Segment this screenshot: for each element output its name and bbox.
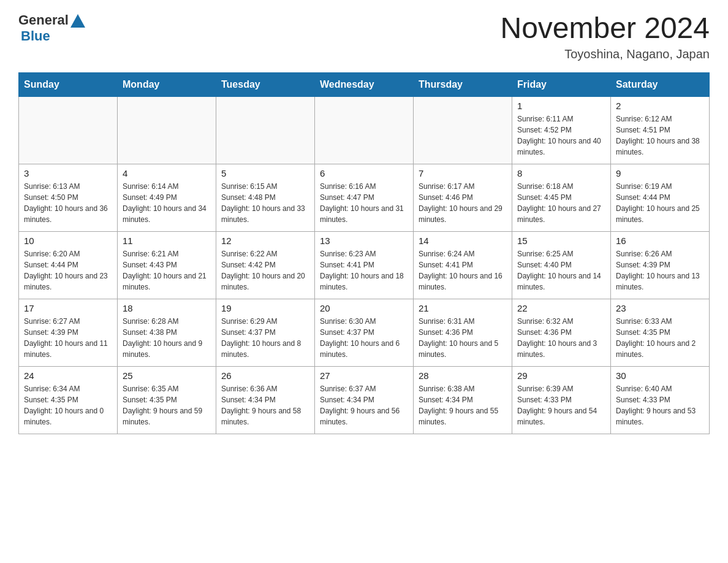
day-info: Sunrise: 6:33 AM Sunset: 4:35 PM Dayligh… bbox=[616, 316, 704, 360]
day-info: Sunrise: 6:28 AM Sunset: 4:38 PM Dayligh… bbox=[123, 316, 211, 360]
day-number: 13 bbox=[320, 236, 408, 246]
day-info: Sunrise: 6:27 AM Sunset: 4:39 PM Dayligh… bbox=[24, 316, 112, 360]
day-number: 8 bbox=[517, 168, 605, 178]
day-number: 11 bbox=[123, 236, 211, 246]
day-cell bbox=[315, 96, 414, 164]
day-info: Sunrise: 6:34 AM Sunset: 4:35 PM Dayligh… bbox=[24, 383, 112, 427]
day-cell: 6Sunrise: 6:16 AM Sunset: 4:47 PM Daylig… bbox=[315, 164, 414, 231]
day-number: 25 bbox=[123, 370, 211, 381]
day-number: 10 bbox=[24, 236, 112, 246]
day-number: 21 bbox=[419, 303, 507, 313]
day-info: Sunrise: 6:17 AM Sunset: 4:46 PM Dayligh… bbox=[419, 181, 507, 225]
day-number: 2 bbox=[616, 101, 704, 111]
day-number: 12 bbox=[221, 236, 309, 246]
day-info: Sunrise: 6:23 AM Sunset: 4:41 PM Dayligh… bbox=[320, 248, 408, 293]
weekday-header-row: SundayMondayTuesdayWednesdayThursdayFrid… bbox=[19, 72, 710, 96]
day-cell: 1Sunrise: 6:11 AM Sunset: 4:52 PM Daylig… bbox=[512, 96, 611, 164]
day-info: Sunrise: 6:40 AM Sunset: 4:33 PM Dayligh… bbox=[616, 383, 704, 427]
day-cell: 12Sunrise: 6:22 AM Sunset: 4:42 PM Dayli… bbox=[216, 231, 315, 299]
day-info: Sunrise: 6:38 AM Sunset: 4:34 PM Dayligh… bbox=[419, 383, 507, 427]
day-info: Sunrise: 6:30 AM Sunset: 4:37 PM Dayligh… bbox=[320, 316, 408, 360]
day-cell: 23Sunrise: 6:33 AM Sunset: 4:35 PM Dayli… bbox=[611, 299, 710, 366]
day-number: 28 bbox=[419, 370, 507, 381]
day-cell: 11Sunrise: 6:21 AM Sunset: 4:43 PM Dayli… bbox=[118, 231, 216, 299]
day-cell: 17Sunrise: 6:27 AM Sunset: 4:39 PM Dayli… bbox=[19, 299, 118, 366]
day-number: 30 bbox=[616, 370, 704, 381]
day-info: Sunrise: 6:12 AM Sunset: 4:51 PM Dayligh… bbox=[616, 113, 704, 158]
day-number: 20 bbox=[320, 303, 408, 313]
day-number: 7 bbox=[419, 168, 507, 178]
day-cell: 13Sunrise: 6:23 AM Sunset: 4:41 PM Dayli… bbox=[315, 231, 414, 299]
day-cell: 15Sunrise: 6:25 AM Sunset: 4:40 PM Dayli… bbox=[512, 231, 611, 299]
day-number: 18 bbox=[123, 303, 211, 313]
day-cell: 19Sunrise: 6:29 AM Sunset: 4:37 PM Dayli… bbox=[216, 299, 315, 366]
day-cell: 27Sunrise: 6:37 AM Sunset: 4:34 PM Dayli… bbox=[315, 366, 414, 434]
day-cell: 28Sunrise: 6:38 AM Sunset: 4:34 PM Dayli… bbox=[414, 366, 512, 434]
day-cell: 25Sunrise: 6:35 AM Sunset: 4:35 PM Dayli… bbox=[118, 366, 216, 434]
weekday-header-wednesday: Wednesday bbox=[315, 72, 414, 96]
week-row-4: 17Sunrise: 6:27 AM Sunset: 4:39 PM Dayli… bbox=[19, 299, 710, 366]
day-info: Sunrise: 6:35 AM Sunset: 4:35 PM Dayligh… bbox=[123, 383, 211, 427]
header: General Blue November 2024 Toyoshina, Na… bbox=[18, 12, 710, 61]
week-row-3: 10Sunrise: 6:20 AM Sunset: 4:44 PM Dayli… bbox=[19, 231, 710, 299]
day-cell bbox=[19, 96, 118, 164]
day-cell bbox=[118, 96, 216, 164]
day-cell: 3Sunrise: 6:13 AM Sunset: 4:50 PM Daylig… bbox=[19, 164, 118, 231]
day-cell: 26Sunrise: 6:36 AM Sunset: 4:34 PM Dayli… bbox=[216, 366, 315, 434]
weekday-header-thursday: Thursday bbox=[414, 72, 512, 96]
day-number: 19 bbox=[221, 303, 309, 313]
day-number: 16 bbox=[616, 236, 704, 246]
calendar-title: November 2024 bbox=[500, 12, 710, 45]
day-cell: 2Sunrise: 6:12 AM Sunset: 4:51 PM Daylig… bbox=[611, 96, 710, 164]
day-info: Sunrise: 6:25 AM Sunset: 4:40 PM Dayligh… bbox=[517, 248, 605, 293]
day-info: Sunrise: 6:20 AM Sunset: 4:44 PM Dayligh… bbox=[24, 248, 112, 293]
day-number: 9 bbox=[616, 168, 704, 178]
day-cell: 21Sunrise: 6:31 AM Sunset: 4:36 PM Dayli… bbox=[414, 299, 512, 366]
day-info: Sunrise: 6:39 AM Sunset: 4:33 PM Dayligh… bbox=[517, 383, 605, 427]
week-row-2: 3Sunrise: 6:13 AM Sunset: 4:50 PM Daylig… bbox=[19, 164, 710, 231]
logo: General Blue bbox=[18, 12, 85, 44]
logo-triangle-icon bbox=[70, 14, 85, 28]
day-cell: 16Sunrise: 6:26 AM Sunset: 4:39 PM Dayli… bbox=[611, 231, 710, 299]
day-cell bbox=[414, 96, 512, 164]
day-number: 17 bbox=[24, 303, 112, 313]
day-info: Sunrise: 6:11 AM Sunset: 4:52 PM Dayligh… bbox=[517, 113, 605, 158]
day-cell: 8Sunrise: 6:18 AM Sunset: 4:45 PM Daylig… bbox=[512, 164, 611, 231]
calendar-subtitle: Toyoshina, Nagano, Japan bbox=[500, 47, 710, 61]
day-cell: 5Sunrise: 6:15 AM Sunset: 4:48 PM Daylig… bbox=[216, 164, 315, 231]
weekday-header-tuesday: Tuesday bbox=[216, 72, 315, 96]
day-number: 26 bbox=[221, 370, 309, 381]
day-number: 3 bbox=[24, 168, 112, 178]
day-number: 1 bbox=[517, 101, 605, 111]
day-info: Sunrise: 6:19 AM Sunset: 4:44 PM Dayligh… bbox=[616, 181, 704, 225]
weekday-header-friday: Friday bbox=[512, 72, 611, 96]
day-number: 23 bbox=[616, 303, 704, 313]
day-number: 4 bbox=[123, 168, 211, 178]
day-info: Sunrise: 6:29 AM Sunset: 4:37 PM Dayligh… bbox=[221, 316, 309, 360]
day-info: Sunrise: 6:15 AM Sunset: 4:48 PM Dayligh… bbox=[221, 181, 309, 225]
day-cell: 20Sunrise: 6:30 AM Sunset: 4:37 PM Dayli… bbox=[315, 299, 414, 366]
day-info: Sunrise: 6:18 AM Sunset: 4:45 PM Dayligh… bbox=[517, 181, 605, 225]
title-area: November 2024 Toyoshina, Nagano, Japan bbox=[500, 12, 710, 61]
day-cell: 24Sunrise: 6:34 AM Sunset: 4:35 PM Dayli… bbox=[19, 366, 118, 434]
day-number: 5 bbox=[221, 168, 309, 178]
weekday-header-saturday: Saturday bbox=[611, 72, 710, 96]
day-info: Sunrise: 6:37 AM Sunset: 4:34 PM Dayligh… bbox=[320, 383, 408, 427]
day-number: 6 bbox=[320, 168, 408, 178]
week-row-1: 1Sunrise: 6:11 AM Sunset: 4:52 PM Daylig… bbox=[19, 96, 710, 164]
day-info: Sunrise: 6:36 AM Sunset: 4:34 PM Dayligh… bbox=[221, 383, 309, 427]
day-cell bbox=[216, 96, 315, 164]
day-info: Sunrise: 6:22 AM Sunset: 4:42 PM Dayligh… bbox=[221, 248, 309, 293]
day-number: 29 bbox=[517, 370, 605, 381]
logo-general-text: General bbox=[18, 12, 69, 28]
day-number: 27 bbox=[320, 370, 408, 381]
week-row-5: 24Sunrise: 6:34 AM Sunset: 4:35 PM Dayli… bbox=[19, 366, 710, 434]
day-cell: 9Sunrise: 6:19 AM Sunset: 4:44 PM Daylig… bbox=[611, 164, 710, 231]
day-cell: 4Sunrise: 6:14 AM Sunset: 4:49 PM Daylig… bbox=[118, 164, 216, 231]
day-info: Sunrise: 6:16 AM Sunset: 4:47 PM Dayligh… bbox=[320, 181, 408, 225]
day-number: 22 bbox=[517, 303, 605, 313]
day-info: Sunrise: 6:32 AM Sunset: 4:36 PM Dayligh… bbox=[517, 316, 605, 360]
day-cell: 22Sunrise: 6:32 AM Sunset: 4:36 PM Dayli… bbox=[512, 299, 611, 366]
day-info: Sunrise: 6:21 AM Sunset: 4:43 PM Dayligh… bbox=[123, 248, 211, 293]
weekday-header-monday: Monday bbox=[118, 72, 216, 96]
